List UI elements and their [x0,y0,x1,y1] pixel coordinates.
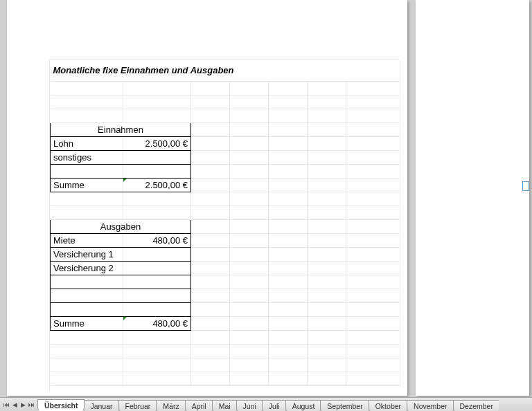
expenses-row-value[interactable] [123,247,191,261]
income-row-label[interactable]: Lohn [51,136,123,150]
income-row-value[interactable] [123,150,191,164]
tab-nav-first-icon[interactable]: ⏮ [3,401,10,408]
expenses-header: Ausgaben [51,219,191,233]
sheet-tabs: Übersicht Januar Februar März April Mai … [37,398,499,411]
tab-nav-last-icon[interactable]: ⏭ [28,401,35,408]
workspace: Monatliche fixe Einnahmen und Ausgaben E… [0,0,532,397]
tab-oktober[interactable]: Oktober [369,400,408,411]
sheet-tab-bar: ⏮ ◀ ▶ ⏭ Übersicht Januar Februar März Ap… [0,397,532,411]
tab-nav-controls: ⏮ ◀ ▶ ⏭ [0,401,37,408]
tab-juli[interactable]: Juli [262,400,287,411]
expenses-row-value[interactable]: 480,00 € [123,233,191,247]
income-sum-value[interactable]: 2.500,00 € [123,178,191,192]
tab-september[interactable]: September [320,400,369,411]
tab-august[interactable]: August [285,400,322,411]
tab-dezember[interactable]: Dezember [453,400,499,411]
tab-nav-prev-icon[interactable]: ◀ [11,401,18,408]
tab-april[interactable]: April [185,400,213,411]
tab-juni[interactable]: Juni [236,400,263,411]
expenses-sum-value[interactable]: 480,00 € [123,316,191,330]
next-page-preview [416,0,529,396]
expenses-sum-label[interactable]: Summe [51,316,123,330]
income-sum-label[interactable]: Summe [51,178,123,192]
tab-januar[interactable]: Januar [83,400,119,411]
cell-grid[interactable]: Monatliche fixe Einnahmen und Ausgaben E… [49,60,399,392]
expenses-row-label[interactable]: Versicherung 1 [51,247,123,261]
spreadsheet-page: Monatliche fixe Einnahmen und Ausgaben E… [7,0,407,396]
page-title: Monatliche fixe Einnahmen und Ausgaben [51,60,400,81]
expenses-row-label[interactable]: Miete [51,233,123,247]
tab-uebersicht[interactable]: Übersicht [37,399,85,411]
expenses-row-value[interactable] [123,261,191,275]
tab-mai[interactable]: Mai [212,400,238,411]
tab-maerz[interactable]: März [156,400,186,411]
selection-marker [522,181,529,191]
income-header: Einnahmen [51,122,191,136]
expenses-row-label[interactable]: Versicherung 2 [51,261,123,275]
tab-februar[interactable]: Februar [118,400,158,411]
income-row-value[interactable]: 2.500,00 € [123,136,191,150]
income-row-label[interactable]: sonstiges [51,150,123,164]
tab-nav-next-icon[interactable]: ▶ [19,401,26,408]
tab-november[interactable]: November [407,400,454,411]
sheet-table[interactable]: Monatliche fixe Einnahmen und Ausgaben E… [50,60,400,386]
